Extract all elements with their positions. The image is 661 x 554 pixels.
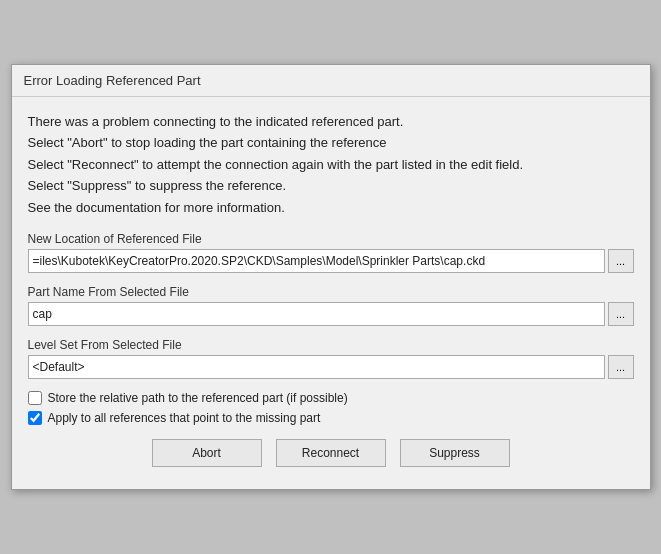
abort-button[interactable]: Abort — [152, 439, 262, 467]
part-name-label: Part Name From Selected File — [28, 285, 634, 299]
part-name-browse-button[interactable]: ... — [608, 302, 634, 326]
level-set-label: Level Set From Selected File — [28, 338, 634, 352]
part-name-input[interactable] — [28, 302, 605, 326]
message-line-4: Select "Suppress" to suppress the refere… — [28, 175, 634, 196]
dialog-title: Error Loading Referenced Part — [24, 73, 201, 88]
new-location-browse-button[interactable]: ... — [608, 249, 634, 273]
relative-path-row: Store the relative path to the reference… — [28, 391, 634, 405]
level-set-row: ... — [28, 355, 634, 379]
reconnect-button[interactable]: Reconnect — [276, 439, 386, 467]
error-dialog: Error Loading Referenced Part There was … — [11, 64, 651, 490]
new-location-input[interactable] — [28, 249, 605, 273]
level-set-group: Level Set From Selected File ... — [28, 338, 634, 379]
new-location-row: ... — [28, 249, 634, 273]
level-set-input[interactable] — [28, 355, 605, 379]
part-name-group: Part Name From Selected File ... — [28, 285, 634, 326]
message-line-3: Select "Reconnect" to attempt the connec… — [28, 154, 634, 175]
level-set-browse-button[interactable]: ... — [608, 355, 634, 379]
relative-path-checkbox[interactable] — [28, 391, 42, 405]
new-location-label: New Location of Referenced File — [28, 232, 634, 246]
button-row: Abort Reconnect Suppress — [28, 439, 634, 479]
new-location-group: New Location of Referenced File ... — [28, 232, 634, 273]
message-line-5: See the documentation for more informati… — [28, 197, 634, 218]
apply-all-label: Apply to all references that point to th… — [48, 411, 321, 425]
suppress-button[interactable]: Suppress — [400, 439, 510, 467]
title-bar: Error Loading Referenced Part — [12, 65, 650, 97]
apply-all-row: Apply to all references that point to th… — [28, 411, 634, 425]
part-name-row: ... — [28, 302, 634, 326]
message-block: There was a problem connecting to the in… — [28, 111, 634, 218]
message-line-1: There was a problem connecting to the in… — [28, 111, 634, 132]
apply-all-checkbox[interactable] — [28, 411, 42, 425]
relative-path-label: Store the relative path to the reference… — [48, 391, 348, 405]
message-line-2: Select "Abort" to stop loading the part … — [28, 132, 634, 153]
